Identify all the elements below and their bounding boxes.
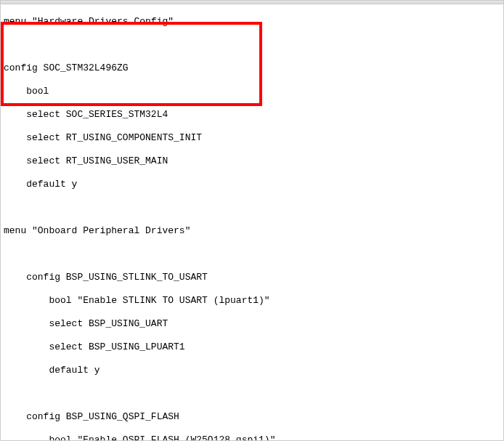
code-line: default y — [4, 179, 503, 190]
code-line: select BSP_USING_UART — [4, 318, 503, 330]
code-line: config BSP_USING_STLINK_TO_USART — [4, 272, 503, 283]
code-line: bool "Enable QSPI FLASH (W25Q128 qspi1)" — [4, 434, 503, 441]
code-line: select RT_USING_USER_MAIN — [4, 155, 503, 167]
code-line: menu "Hardware Drivers Config" — [4, 16, 503, 28]
code-line: config SOC_STM32L496ZG — [4, 62, 503, 74]
code-line: select RT_USING_COMPONENTS_INIT — [4, 132, 503, 144]
code-line: bool — [4, 86, 503, 97]
code-editor[interactable]: menu "Hardware Drivers Config" config SO… — [1, 4, 503, 441]
code-line: bool "Enable STLINK TO USART (lpuart1)" — [4, 295, 503, 307]
code-line — [4, 388, 503, 400]
code-line — [4, 248, 503, 260]
code-line — [4, 202, 503, 214]
code-line: config BSP_USING_QSPI_FLASH — [4, 411, 503, 423]
code-line — [4, 39, 503, 51]
code-line: select SOC_SERIES_STM32L4 — [4, 109, 503, 121]
code-line: menu "Onboard Peripheral Drivers" — [4, 225, 503, 237]
code-line: select BSP_USING_LPUART1 — [4, 341, 503, 353]
code-line: default y — [4, 365, 503, 376]
